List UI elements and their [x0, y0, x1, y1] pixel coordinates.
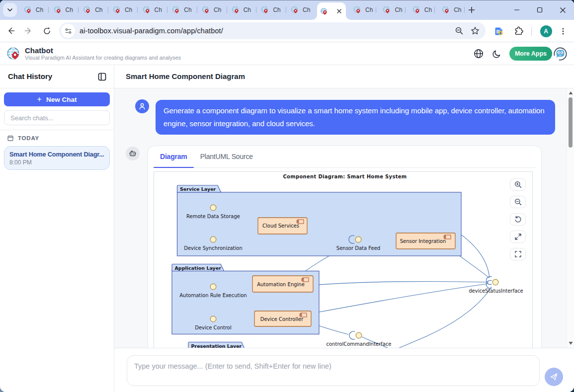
more-apps-button[interactable]: More Apps: [509, 47, 552, 61]
scrollbar-thumb[interactable]: [569, 97, 573, 148]
zoom-out-button[interactable]: [510, 196, 526, 208]
send-button[interactable]: [545, 368, 563, 386]
dark-mode-moon-icon[interactable]: [492, 49, 501, 58]
fullscreen-button[interactable]: [510, 248, 526, 260]
tab-inactive[interactable]: Ch: [143, 0, 162, 20]
extensions-icon[interactable]: [509, 20, 527, 42]
section-label-today: TODAY: [18, 135, 39, 141]
tab-inactive[interactable]: Ch: [54, 0, 73, 20]
site-favicon: [143, 6, 150, 13]
site-favicon: [261, 6, 268, 13]
component-sensor-integration: Sensor Integration: [396, 233, 455, 249]
bot-avatar: [126, 147, 140, 160]
package-label: Presentation Layer: [191, 343, 242, 348]
send-icon: [550, 373, 558, 381]
chatbot-logo[interactable]: [552, 46, 569, 62]
app-brand: Chatbot Visual Paradigm AI Assistant for…: [6, 46, 181, 61]
message-textarea[interactable]: [127, 356, 539, 386]
package-label: Application Layer: [175, 265, 222, 271]
tab-title: Ch: [36, 6, 43, 13]
chat-scroll-area[interactable]: Generate a component diagram to visualiz…: [114, 88, 574, 348]
site-favicon: [172, 6, 179, 13]
tab-close-icon[interactable]: [335, 8, 342, 15]
package-label: Service Layer: [180, 186, 216, 192]
tab-inactive[interactable]: Ch: [83, 0, 102, 20]
message-composer: [114, 348, 574, 392]
fit-screen-button[interactable]: [510, 231, 526, 243]
tab-inactive[interactable]: Ch: [442, 0, 461, 20]
reading-list-icon[interactable]: [490, 20, 508, 42]
user-message-bubble: Generate a component diagram to visualiz…: [156, 100, 555, 135]
diagram-canvas[interactable]: Component Diagram: Smart Home System: [154, 171, 533, 348]
site-favicon: [383, 6, 390, 13]
search-chats-input[interactable]: [10, 114, 103, 122]
chat-scrollbar[interactable]: [567, 88, 574, 348]
new-chat-label: New Chat: [46, 96, 77, 103]
tab-title: Ch: [155, 6, 162, 13]
profile-avatar[interactable]: A: [540, 20, 552, 42]
component-diagram: Component Diagram: Smart Home System: [154, 172, 532, 348]
tab-divider: [197, 7, 197, 13]
tab-inactive[interactable]: Ch: [232, 0, 251, 20]
message-input-box[interactable]: [127, 355, 540, 386]
tab-divider: [405, 7, 406, 13]
window-maximize-button[interactable]: [528, 0, 551, 20]
tab-inactive[interactable]: Ch: [261, 0, 280, 20]
chat-history-item[interactable]: Smart Home Component Diagr... 8:00 PM: [4, 146, 110, 170]
sidebar-collapse-button[interactable]: [97, 72, 107, 81]
tab-diagram[interactable]: Diagram: [154, 146, 194, 167]
window-close-button[interactable]: [551, 0, 574, 20]
browser-menu-icon[interactable]: [556, 20, 571, 42]
tab-divider: [137, 7, 138, 13]
site-favicon: [54, 6, 61, 13]
app-logo: [6, 47, 21, 61]
tab-title: Ch: [125, 6, 132, 13]
tab-inactive[interactable]: Ch: [113, 0, 132, 20]
sidebar: Chat History + New Chat: [0, 65, 114, 392]
interface-label: Device Control: [195, 325, 232, 330]
site-favicon: [354, 6, 361, 13]
tab-active[interactable]: [317, 2, 346, 20]
interface-label: deviceStatusInterface: [469, 288, 523, 294]
person-icon: [138, 102, 146, 110]
new-tab-button[interactable]: [466, 4, 477, 15]
tab-divider: [78, 7, 79, 13]
app-header: Chatbot Visual Paradigm AI Assistant for…: [0, 42, 574, 65]
app-subtitle: Visual Paradigm AI Assistant for creatin…: [25, 55, 181, 61]
tab-title: Ch: [66, 6, 73, 13]
browser-window: ChChChChChChChChChChChChChCh: [0, 0, 574, 392]
site-favicon: [202, 6, 209, 13]
language-globe-icon[interactable]: [474, 49, 484, 59]
app-title: Chatbot: [25, 46, 181, 55]
tab-divider: [256, 7, 256, 13]
tab-inactive[interactable]: Ch: [172, 0, 191, 20]
tab-title: Ch: [244, 6, 251, 13]
conversation-header: Smart Home Component Diagram: [114, 65, 574, 88]
tab-inactive[interactable]: Ch: [202, 0, 221, 20]
robot-icon: [129, 150, 137, 157]
window-minimize-button[interactable]: [505, 0, 528, 20]
search-chats-box[interactable]: [4, 110, 110, 125]
screen: ChChChChChChChChChChChChChCh: [0, 0, 574, 392]
zoom-in-button[interactable]: [510, 178, 526, 191]
tab-inactive[interactable]: Ch: [413, 0, 432, 20]
site-favicon: [321, 8, 328, 15]
tab-inactive[interactable]: Ch: [24, 0, 43, 20]
site-favicon: [113, 6, 120, 13]
sidebar-divider: [0, 130, 114, 130]
interface-label: Sensor Data Feed: [336, 245, 380, 251]
plus-icon: +: [37, 95, 42, 103]
tab-divider: [48, 7, 49, 13]
site-favicon: [442, 6, 449, 13]
tab-plantuml-source[interactable]: PlantUML Source: [194, 146, 259, 167]
tab-inactive[interactable]: Ch: [354, 0, 373, 20]
tab-title: Ch: [214, 6, 221, 13]
scrollbar-up-arrow[interactable]: [569, 91, 573, 95]
tab-divider: [167, 7, 167, 13]
new-chat-button[interactable]: + New Chat: [4, 92, 110, 106]
tab-title: Ch: [273, 6, 280, 13]
tab-inactive[interactable]: Ch: [383, 0, 402, 20]
scrollbar-down-arrow[interactable]: [569, 341, 573, 345]
zoom-reset-button[interactable]: [510, 213, 526, 226]
tab-inactive[interactable]: Ch: [291, 0, 310, 20]
